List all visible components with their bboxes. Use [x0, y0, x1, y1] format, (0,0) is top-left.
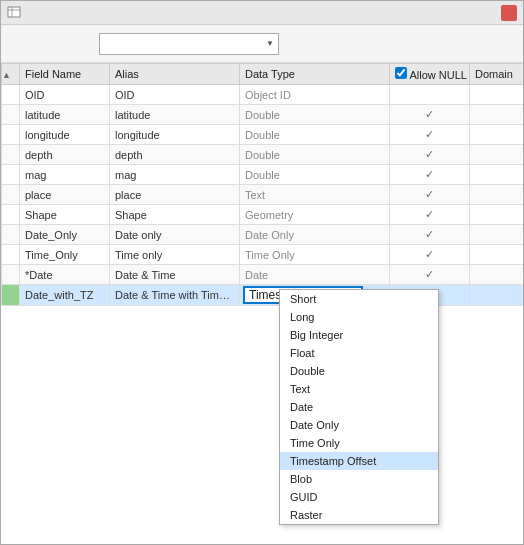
main-window: ▼ ▲ Field Name Alias Data Type Allow NUL…: [0, 0, 524, 545]
alias-cell[interactable]: Date only: [110, 225, 240, 245]
data-type-cell[interactable]: Object ID: [240, 85, 390, 105]
dropdown-menu-item[interactable]: Raster: [280, 506, 438, 524]
row-sort-indicator: [2, 165, 20, 185]
table-header-row: ▲ Field Name Alias Data Type Allow NULL …: [2, 64, 524, 85]
table-row: Time_OnlyTime onlyTime Only✓: [2, 245, 524, 265]
dropdown-menu-item[interactable]: Text: [280, 380, 438, 398]
allow-null-cell: ✓: [390, 165, 470, 185]
sort-arrow-icon: ▲: [2, 70, 11, 80]
dropdown-menu-item[interactable]: Double: [280, 362, 438, 380]
row-sort-indicator: [2, 245, 20, 265]
col-data-type-header[interactable]: Data Type: [240, 64, 390, 85]
row-sort-indicator: [2, 225, 20, 245]
col-alias-header[interactable]: Alias: [110, 64, 240, 85]
table-row: OIDOIDObject ID: [2, 85, 524, 105]
svg-rect-0: [8, 7, 20, 17]
row-sort-indicator: [2, 185, 20, 205]
field-name-cell[interactable]: *Date: [20, 265, 110, 285]
data-type-cell[interactable]: Time Only: [240, 245, 390, 265]
alias-cell[interactable]: Shape: [110, 205, 240, 225]
field-name-cell[interactable]: depth: [20, 145, 110, 165]
field-name-cell[interactable]: latitude: [20, 105, 110, 125]
allow-null-cell: [390, 85, 470, 105]
allow-null-cell: ✓: [390, 205, 470, 225]
allow-null-cell: ✓: [390, 145, 470, 165]
data-type-cell[interactable]: Date Only: [240, 225, 390, 245]
fields-table: ▲ Field Name Alias Data Type Allow NULL …: [1, 63, 523, 306]
domain-cell[interactable]: [470, 285, 524, 306]
current-layer-dropdown[interactable]: ▼: [99, 33, 279, 55]
dropdown-menu-item[interactable]: Float: [280, 344, 438, 362]
current-layer-dropdown-arrow: ▼: [266, 39, 274, 48]
data-type-cell[interactable]: Text: [240, 185, 390, 205]
alias-cell[interactable]: place: [110, 185, 240, 205]
field-name-cell[interactable]: Date_with_TZ: [20, 285, 110, 306]
allow-null-cell: ✓: [390, 125, 470, 145]
allow-null-cell: ✓: [390, 105, 470, 125]
col-allow-null-header[interactable]: Allow NULL: [390, 64, 470, 85]
data-type-cell[interactable]: Double: [240, 105, 390, 125]
alias-cell[interactable]: Time only: [110, 245, 240, 265]
dropdown-menu-item[interactable]: Blob: [280, 470, 438, 488]
alias-cell[interactable]: Date & Time: [110, 265, 240, 285]
domain-cell[interactable]: [470, 205, 524, 225]
row-sort-indicator: [2, 285, 20, 306]
dropdown-menu-item[interactable]: Big Integer: [280, 326, 438, 344]
domain-cell[interactable]: [470, 145, 524, 165]
field-name-cell[interactable]: mag: [20, 165, 110, 185]
table-row: magmagDouble✓: [2, 165, 524, 185]
allow-null-cell: ✓: [390, 265, 470, 285]
row-sort-indicator: [2, 265, 20, 285]
field-name-cell[interactable]: longitude: [20, 125, 110, 145]
alias-cell[interactable]: Date & Time with Timezone Offset: [110, 285, 240, 306]
alias-cell[interactable]: longitude: [110, 125, 240, 145]
table-row: placeplaceText✓: [2, 185, 524, 205]
dropdown-menu-item[interactable]: Long: [280, 308, 438, 326]
domain-cell[interactable]: [470, 245, 524, 265]
data-type-cell[interactable]: Date: [240, 265, 390, 285]
allow-null-cell: ✓: [390, 185, 470, 205]
domain-cell[interactable]: [470, 225, 524, 245]
dropdown-menu-item[interactable]: Time Only: [280, 434, 438, 452]
row-sort-indicator: [2, 105, 20, 125]
field-name-cell[interactable]: place: [20, 185, 110, 205]
alias-cell[interactable]: depth: [110, 145, 240, 165]
domain-cell[interactable]: [470, 265, 524, 285]
title-bar: [1, 1, 523, 25]
field-name-cell[interactable]: Date_Only: [20, 225, 110, 245]
close-button[interactable]: [501, 5, 517, 21]
domain-cell[interactable]: [470, 85, 524, 105]
col-field-name-header[interactable]: Field Name: [20, 64, 110, 85]
fields-table-container: ▲ Field Name Alias Data Type Allow NULL …: [1, 63, 523, 544]
domain-cell[interactable]: [470, 165, 524, 185]
dropdown-menu-item[interactable]: Timestamp Offset: [280, 452, 438, 470]
field-name-cell[interactable]: Time_Only: [20, 245, 110, 265]
dropdown-menu-item[interactable]: Date: [280, 398, 438, 416]
dropdown-menu-item[interactable]: Date Only: [280, 416, 438, 434]
row-sort-indicator: [2, 85, 20, 105]
table-row: depthdepthDouble✓: [2, 145, 524, 165]
dropdown-menu-item[interactable]: Short: [280, 290, 438, 308]
alias-cell[interactable]: mag: [110, 165, 240, 185]
data-type-cell[interactable]: Double: [240, 165, 390, 185]
dropdown-menu-item[interactable]: GUID: [280, 488, 438, 506]
table-row: latitudelatitudeDouble✓: [2, 105, 524, 125]
alias-cell[interactable]: latitude: [110, 105, 240, 125]
fields-icon: [7, 6, 21, 20]
field-name-cell[interactable]: Shape: [20, 205, 110, 225]
domain-cell[interactable]: [470, 185, 524, 205]
table-row: ShapeShapeGeometry✓: [2, 205, 524, 225]
domain-cell[interactable]: [470, 125, 524, 145]
data-type-cell[interactable]: Double: [240, 145, 390, 165]
data-type-cell[interactable]: Double: [240, 125, 390, 145]
table-row: *DateDate & TimeDate✓: [2, 265, 524, 285]
allow-null-cell: ✓: [390, 225, 470, 245]
field-name-cell[interactable]: OID: [20, 85, 110, 105]
data-type-cell[interactable]: Geometry: [240, 205, 390, 225]
alias-cell[interactable]: OID: [110, 85, 240, 105]
table-body: OIDOIDObject IDlatitudelatitudeDouble✓lo…: [2, 85, 524, 306]
domain-cell[interactable]: [470, 105, 524, 125]
col-domain-header[interactable]: Domain: [470, 64, 524, 85]
allow-null-header-checkbox[interactable]: [395, 67, 407, 79]
table-row: longitudelongitudeDouble✓: [2, 125, 524, 145]
